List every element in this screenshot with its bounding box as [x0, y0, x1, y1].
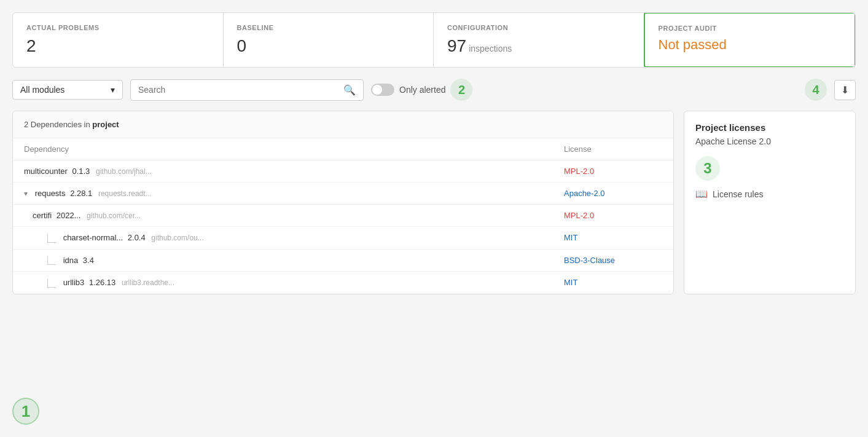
table-header: Dependency License	[13, 138, 673, 160]
module-select-value: All modules	[20, 85, 65, 95]
dep-version-5: 1.26.13	[89, 278, 115, 287]
dep-version-2: 2022...	[57, 211, 81, 220]
module-select[interactable]: All modules ▾	[12, 80, 123, 100]
chevron-down-icon: ▾	[111, 85, 115, 95]
configuration-value: 97inspections	[447, 36, 630, 56]
dep-col-3: charset-normal... 2.0.4 github.com/ou...	[47, 233, 564, 243]
dep-name-3: charset-normal...	[63, 233, 123, 242]
project-license-value: Apache License 2.0	[695, 136, 844, 146]
table-row: ▾ requests 2.28.1 requests.readt... Apac…	[13, 183, 673, 205]
download-button[interactable]: ⬇	[834, 80, 856, 100]
project-audit-value: Not passed	[659, 37, 842, 53]
only-alerted-toggle[interactable]	[371, 84, 394, 96]
alerted-count-badge: 2	[450, 79, 472, 101]
search-box[interactable]: 🔍	[130, 79, 364, 101]
dep-version-4: 3.4	[83, 256, 94, 265]
table-row: multicounter 0.1.3 github.com/jhal... MP…	[13, 160, 673, 183]
actual-problems-card: ACTUAL PROBLEMS 2	[13, 13, 224, 67]
main-content: 2 Dependencies in project Dependency Lic…	[12, 111, 856, 294]
table-row: urllib3 1.26.13 urllib3.readthe... MIT	[13, 272, 673, 294]
dep-license-4: BSD-3-Clause	[564, 256, 662, 265]
table-row: idna 3.4 BSD-3-Clause	[13, 250, 673, 272]
dep-license-0: MPL-2.0	[564, 167, 662, 176]
tree-line-icon	[47, 234, 56, 243]
license-rules-label: License rules	[713, 189, 764, 199]
tree-line-icon	[47, 256, 56, 265]
only-alerted-label: Only alerted	[399, 85, 445, 95]
deps-count: 2	[24, 120, 28, 129]
dep-name-4: idna	[63, 256, 79, 265]
table-row: charset-normal... 2.0.4 github.com/ou...…	[13, 227, 673, 250]
search-icon: 🔍	[343, 84, 356, 96]
license-rules-icon: 📖	[695, 188, 708, 200]
configuration-label: CONFIGURATION	[447, 24, 630, 31]
deps-panel: 2 Dependencies in project Dependency Lic…	[12, 111, 674, 294]
dep-version-1: 2.28.1	[70, 189, 92, 198]
col-license-header: License	[564, 144, 662, 154]
dep-url-5: urllib3.readthe...	[122, 278, 174, 287]
dep-license-5: MIT	[564, 278, 662, 287]
top-cards: ACTUAL PROBLEMS 2 BASELINE 0 CONFIGURATI…	[12, 12, 856, 68]
col-dep-header: Dependency	[24, 144, 564, 154]
actual-problems-value: 2	[26, 36, 209, 56]
baseline-label: BASELINE	[237, 24, 420, 31]
dep-col-1: ▾ requests 2.28.1 requests.readt...	[24, 189, 564, 198]
dep-url-0: github.com/jhal...	[96, 167, 152, 176]
tree-line-icon	[47, 279, 56, 288]
dep-license-3: MIT	[564, 233, 662, 242]
side-badge-3: 3	[695, 156, 720, 181]
project-licenses-title: Project licenses	[695, 122, 844, 133]
dep-license-1: Apache-2.0	[564, 189, 662, 198]
dep-url-3: github.com/ou...	[151, 234, 203, 242]
dep-name-0: multicounter	[24, 167, 68, 176]
project-audit-label: PROJECT AUDIT	[659, 25, 842, 32]
side-panel: Project licenses Apache License 2.0 3 📖 …	[684, 111, 856, 294]
dep-url-1: requests.readt...	[98, 189, 152, 198]
dep-url-2: github.com/cer...	[87, 211, 141, 220]
dep-version-3: 2.0.4	[128, 233, 146, 242]
deps-header: 2 Dependencies in project	[13, 111, 673, 138]
toolbar: All modules ▾ 🔍 Only alerted 2 4 ⬇	[12, 79, 856, 101]
dep-license-2: MPL-2.0	[564, 211, 662, 220]
expand-icon-1[interactable]: ▾	[24, 189, 28, 198]
actual-problems-label: ACTUAL PROBLEMS	[26, 24, 209, 31]
table-row: certifi 2022... github.com/cer... MPL-2.…	[13, 205, 673, 227]
dep-col-2: certifi 2022... github.com/cer...	[33, 211, 564, 220]
configuration-card: CONFIGURATION 97inspections	[434, 13, 644, 67]
count-badge-4: 4	[805, 79, 827, 101]
dep-col-5: urllib3 1.26.13 urllib3.readthe...	[47, 278, 564, 288]
project-audit-card: PROJECT AUDIT Not passed	[644, 12, 856, 68]
dep-version-0: 0.1.3	[72, 167, 90, 176]
deps-project-label: project	[92, 120, 119, 129]
dep-col-4: idna 3.4	[47, 256, 564, 266]
deps-header-label: Dependencies in	[31, 120, 92, 129]
toggle-area: Only alerted 2	[371, 79, 472, 101]
dep-name-5: urllib3	[63, 278, 85, 287]
search-input[interactable]	[138, 85, 341, 95]
dep-col-0: multicounter 0.1.3 github.com/jhal...	[24, 167, 564, 176]
dep-name-1: requests	[35, 189, 66, 198]
license-rules-button[interactable]: 📖 License rules	[695, 188, 764, 200]
dep-name-2: certifi	[33, 211, 52, 220]
baseline-card: BASELINE 0	[224, 13, 434, 67]
baseline-value: 0	[237, 36, 420, 56]
